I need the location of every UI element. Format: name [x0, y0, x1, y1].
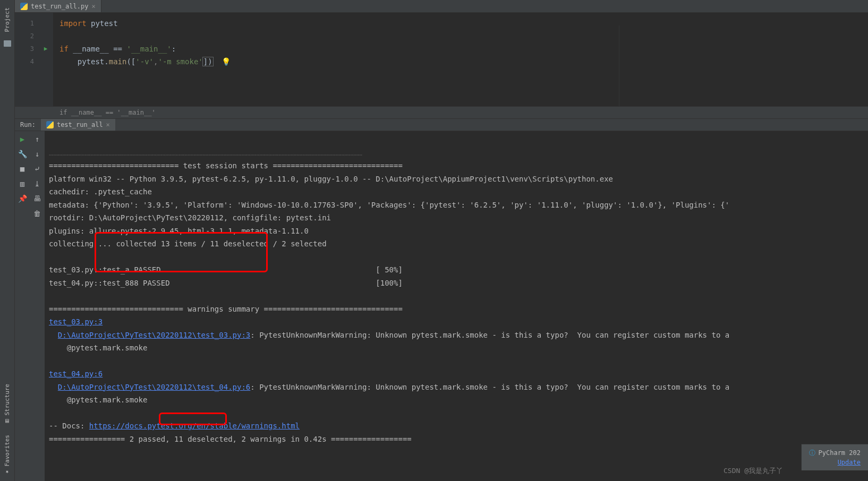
folder-icon — [4, 40, 11, 47]
file-link[interactable]: test_03.py:3 — [49, 317, 103, 326]
run-tool-header: Run: test_run_all × — [15, 118, 868, 131]
close-icon[interactable]: × — [106, 121, 110, 128]
code-content[interactable]: import pytest if __name__ == '__main__':… — [53, 13, 868, 106]
line-number-gutter: 1 2 3 4 — [15, 13, 38, 106]
console-line: ================= 2 passed, 11 deselecte… — [49, 435, 412, 443]
console-output[interactable]: …………………………………………………………………………………………………………… — [45, 131, 868, 481]
info-icon: ⓘ — [809, 449, 815, 457]
console-line: cachedir: .pytest_cache — [49, 187, 152, 196]
up-icon[interactable]: ↑ — [32, 134, 42, 144]
edit-config-button[interactable]: 🔧 — [18, 149, 27, 159]
file-link[interactable]: D:\AutoProject\PyTest\20220112\test_04.p… — [58, 383, 250, 391]
editor-tab-bar: test_run_all.py × — [15, 0, 868, 13]
code-editor[interactable]: 1 2 3 4 ▶ import pytest if __name__ == '… — [15, 13, 868, 106]
project-tool-tab[interactable]: Project — [3, 2, 12, 37]
console-line: ============================= test sessi… — [49, 161, 403, 170]
gutter-icons: ▶ — [38, 13, 53, 106]
left-tool-sidebar: Project ▤Structure ★Favorites — [0, 0, 15, 481]
print-icon[interactable]: 🖶 — [32, 194, 42, 203]
console-line: @pytest.mark.smoke — [49, 343, 147, 352]
file-link[interactable]: test_04.py:6 — [49, 370, 103, 378]
python-file-icon — [46, 121, 54, 128]
console-line: platform win32 -- Python 3.9.5, pytest-6… — [49, 175, 613, 183]
console-line: test_04.py::test_888 PASSED [100%] — [49, 279, 403, 287]
rerun-button[interactable]: ▶ — [18, 134, 27, 144]
stop-button[interactable]: ■ — [18, 164, 27, 174]
editor-tab-label: test_run_all.py — [31, 3, 88, 10]
console-line: plugins: allure-pytest-2.9.45, html-3.1.… — [49, 227, 309, 235]
update-link[interactable]: Update — [809, 459, 861, 466]
update-notification[interactable]: ⓘPyCharm 202 Update — [801, 444, 868, 470]
run-actions-secondary: ↑ ↓ ⤶ ⤓ 🖶 🗑 — [30, 131, 45, 481]
breadcrumb[interactable]: if __name__ == '__main__' — [15, 106, 868, 118]
console-line: rootdir: D:\AutoProject\PyTest\20220112,… — [49, 213, 331, 222]
console-line: …………………………………………………………………………………………………………… — [49, 149, 362, 157]
console-line: collecting ... collected 13 items / 11 d… — [49, 239, 327, 248]
run-label: Run: — [15, 121, 41, 128]
run-gutter-icon[interactable]: ▶ — [38, 42, 53, 55]
favorites-tool-tab[interactable]: ★Favorites — [3, 430, 12, 481]
right-margin-line — [619, 25, 619, 106]
layout-button[interactable]: ▥ — [18, 179, 27, 188]
editor-tab[interactable]: test_run_all.py × — [15, 0, 101, 12]
structure-tool-tab[interactable]: ▤Structure — [3, 379, 12, 430]
run-tab[interactable]: test_run_all × — [41, 119, 115, 131]
console-line: metadata: {'Python': '3.9.5', 'Platform'… — [49, 201, 729, 209]
python-file-icon — [20, 3, 28, 10]
console-line: ============================== warnings … — [49, 305, 403, 313]
docs-link[interactable]: https://docs.pytest.org/en/stable/warnin… — [89, 422, 300, 430]
run-actions-primary: ▶ 🔧 ■ ▥ 📌 — [15, 131, 30, 481]
console-line: test_03.py::test_a PASSED [ 50%] — [49, 265, 403, 274]
delete-icon[interactable]: 🗑 — [32, 209, 42, 218]
watermark: CSDN @我是丸子丫 — [724, 466, 783, 476]
console-line: @pytest.mark.smoke — [49, 396, 147, 404]
scroll-end-icon[interactable]: ⤓ — [32, 179, 42, 188]
close-icon[interactable]: × — [91, 3, 95, 10]
down-icon[interactable]: ↓ — [32, 149, 42, 159]
pin-button[interactable]: 📌 — [18, 194, 27, 203]
console-line: -- Docs: https://docs.pytest.org/en/stab… — [49, 422, 300, 430]
soft-wrap-icon[interactable]: ⤶ — [32, 164, 42, 174]
intention-bulb-icon[interactable]: 💡 — [222, 57, 231, 66]
file-link[interactable]: D:\AutoProject\PyTest\20220112\test_03.p… — [58, 331, 250, 339]
